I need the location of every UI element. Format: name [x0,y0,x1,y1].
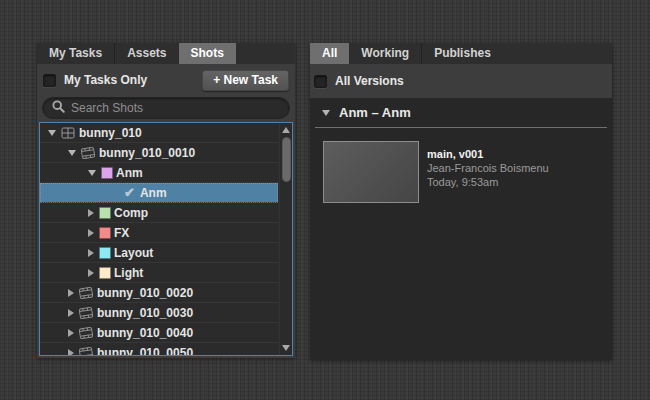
desktop-background: My Tasks Assets Shots My Tasks Only + Ne… [0,0,650,400]
shot-icon [79,287,94,299]
scroll-down-arrow-icon[interactable] [282,345,290,351]
file-meta: main, v001 Jean-Francois Boismenu Today,… [427,147,549,203]
tab-working[interactable]: Working [349,43,421,64]
tree-row-step-fx[interactable]: FX [40,223,278,243]
new-task-button[interactable]: + New Task [202,70,289,91]
tree-row-shot[interactable]: bunny_010_0040 [40,323,278,343]
group-title: Anm – Anm [339,105,411,120]
entity-browser-panel: My Tasks Assets Shots My Tasks Only + Ne… [37,43,295,358]
tab-publishes[interactable]: Publishes [422,43,503,64]
group-collapse-arrow-icon[interactable] [322,110,330,116]
tree-row-label: Comp [114,206,148,220]
tree-row-label: Layout [114,246,153,260]
expand-arrow-icon[interactable] [68,349,74,357]
tree-row-sequence[interactable]: bunny_010 [40,123,278,143]
file-thumbnail [323,141,419,203]
tree-row-label: bunny_010_0040 [97,326,193,340]
shot-icon [79,347,94,357]
expand-arrow-icon[interactable] [48,130,56,136]
tab-shots[interactable]: Shots [179,43,236,64]
shot-icon [81,147,96,159]
expand-arrow-icon[interactable] [88,249,94,257]
expand-arrow-icon[interactable] [88,229,94,237]
tree-row-label: bunny_010 [79,126,142,140]
group-header-anm[interactable]: Anm – Anm [315,98,607,128]
tree-row-shot[interactable]: bunny_010_0030 [40,303,278,323]
tab-my-tasks[interactable]: My Tasks [37,43,114,64]
tree-row-shot[interactable]: bunny_010_0010 [40,143,278,163]
file-title: main, v001 [427,147,549,161]
tree-row-label: Light [114,266,143,280]
left-tab-bar: My Tasks Assets Shots [37,43,295,64]
tree-row-task-anm[interactable]: ✔ Anm [40,183,278,203]
expand-arrow-icon[interactable] [68,329,74,337]
tree-row-label: bunny_010_0050 [97,346,193,357]
scroll-up-arrow-icon[interactable] [282,127,290,133]
file-list: Anm – Anm main, v001 Jean-Francois Boism… [310,98,612,360]
task-filter-row: My Tasks Only + New Task [37,64,295,96]
tree-row-step-anm[interactable]: Anm [40,163,278,183]
my-tasks-only-checkbox[interactable] [43,74,56,87]
tree-row-label: bunny_010_0020 [97,286,193,300]
tree-row-step-comp[interactable]: Comp [40,203,278,223]
tree-row-label: bunny_010_0030 [97,306,193,320]
shot-tree: bunny_010 bunny_010_0010 Anm ✔ Anm [39,122,293,356]
sequence-icon [61,127,76,139]
tree-row-label: bunny_010_0010 [99,146,195,160]
tab-assets[interactable]: Assets [115,43,178,64]
file-item[interactable]: main, v001 Jean-Francois Boismenu Today,… [323,141,599,203]
expand-arrow-icon[interactable] [88,269,94,277]
expand-arrow-icon[interactable] [68,289,74,297]
shot-icon [79,307,94,319]
tree-row-label: Anm [140,186,167,200]
tab-all[interactable]: All [310,43,349,64]
scrollbar-thumb[interactable] [282,137,291,182]
shot-icon [79,327,94,339]
all-versions-label: All Versions [335,74,404,88]
step-color-swatch [99,227,111,239]
tree-row-shot[interactable]: bunny_010_0020 [40,283,278,303]
search-icon [52,99,65,117]
search-container: Search Shots [37,96,295,122]
group-items: main, v001 Jean-Francois Boismenu Today,… [310,128,612,216]
tree-row-step-layout[interactable]: Layout [40,243,278,263]
search-input[interactable]: Search Shots [42,97,290,119]
all-versions-checkbox[interactable] [314,75,327,88]
task-checkmark-icon: ✔ [124,185,135,200]
step-color-swatch [99,247,111,259]
files-panel: All Working Publishes All Versions Anm –… [310,43,612,360]
tree-row-shot[interactable]: bunny_010_0050 [40,343,278,356]
step-color-swatch [99,267,111,279]
expand-arrow-icon[interactable] [68,309,74,317]
tree-row-label: FX [114,226,129,240]
step-color-swatch [101,167,113,179]
expand-arrow-icon[interactable] [68,150,76,156]
right-tab-bar: All Working Publishes [310,43,612,64]
tree-scrollbar[interactable] [279,123,292,355]
tree-row-label: Anm [116,166,143,180]
version-filter-row: All Versions [310,64,612,98]
step-color-swatch [99,207,111,219]
expand-arrow-icon[interactable] [88,170,96,176]
search-placeholder: Search Shots [71,101,143,115]
file-author: Jean-Francois Boismenu [427,161,549,175]
file-timestamp: Today, 9:53am [427,175,549,189]
my-tasks-only-label: My Tasks Only [64,73,147,87]
tree-row-step-light[interactable]: Light [40,263,278,283]
expand-arrow-icon[interactable] [88,209,94,217]
